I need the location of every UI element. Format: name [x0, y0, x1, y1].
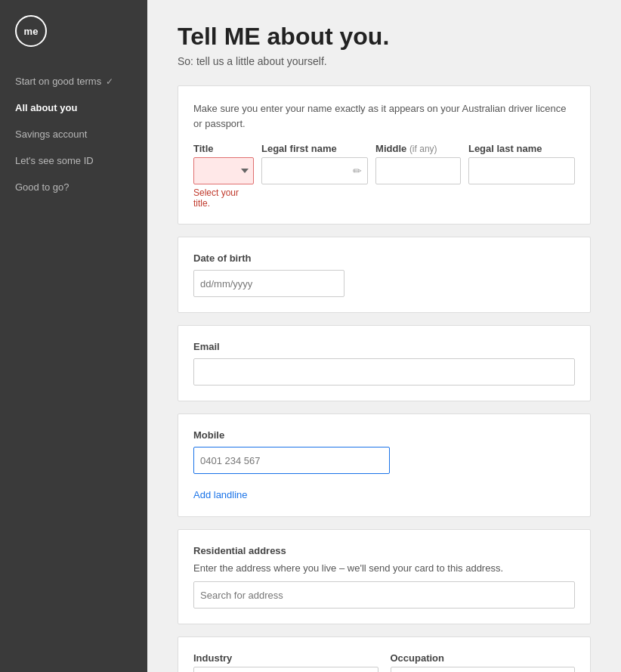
- dob-label: Date of birth: [193, 252, 575, 264]
- sidebar-item-label: Start on good terms: [15, 76, 101, 87]
- sidebar-item-good[interactable]: Good to go?: [0, 174, 147, 200]
- middle-optional: (if any): [409, 144, 437, 154]
- pencil-icon: ✏: [353, 165, 362, 177]
- industry-section: Industry Occupation: [178, 636, 591, 672]
- page-title: Tell ME about you.: [178, 23, 591, 51]
- occupation-field-group: Occupation: [391, 652, 576, 672]
- email-label: Email: [193, 341, 575, 352]
- dob-section: Date of birth: [178, 237, 591, 313]
- first-name-field-group: Legal first name ✏: [261, 143, 368, 184]
- sidebar-item-label: Savings account: [15, 129, 87, 140]
- industry-select[interactable]: [193, 667, 378, 672]
- email-section: Email: [178, 325, 591, 401]
- dob-input[interactable]: [193, 270, 344, 297]
- sidebar-item-label: All about you: [15, 102, 77, 113]
- sidebar-nav: Start on good terms ✓ All about you Savi…: [0, 68, 147, 672]
- check-icon: ✓: [106, 76, 113, 87]
- title-select[interactable]: Mr Ms Mrs Miss Dr: [193, 157, 254, 184]
- industry-label: Industry: [193, 652, 378, 664]
- last-name-label: Legal last name: [468, 143, 575, 154]
- last-name-field-group: Legal last name: [468, 143, 575, 184]
- mobile-label: Mobile: [193, 429, 575, 441]
- sidebar-item-savings[interactable]: Savings account: [0, 121, 147, 147]
- sidebar-item-start[interactable]: Start on good terms ✓: [0, 68, 147, 94]
- sidebar-item-label: Let's see some ID: [15, 155, 94, 166]
- main-content: Tell ME about you. So: tell us a little …: [147, 0, 621, 672]
- email-input[interactable]: [193, 358, 575, 386]
- industry-occupation-row: Industry Occupation: [193, 652, 575, 672]
- occupation-label: Occupation: [391, 652, 576, 664]
- title-error: Select your title.: [193, 187, 254, 209]
- first-name-label: Legal first name: [261, 143, 368, 154]
- page-subtitle: So: tell us a little about yourself.: [178, 55, 591, 67]
- logo: me: [15, 15, 47, 47]
- add-landline-link[interactable]: Add landline: [193, 489, 248, 500]
- address-label: Residential address: [193, 545, 575, 556]
- sidebar-item-about[interactable]: All about you: [0, 94, 147, 121]
- address-subtitle: Enter the address where you live – we'll…: [193, 562, 575, 574]
- name-section: Make sure you enter your name exactly as…: [178, 85, 591, 225]
- sidebar: me Start on good terms ✓ All about you S…: [0, 0, 147, 672]
- middle-name-field-group: Middle (if any): [375, 143, 461, 184]
- title-label: Title: [193, 143, 254, 154]
- mobile-section: Mobile Add landline: [178, 413, 591, 517]
- mobile-input[interactable]: [193, 447, 390, 474]
- middle-name-label: Middle (if any): [375, 143, 461, 154]
- sidebar-item-id[interactable]: Let's see some ID: [0, 147, 147, 174]
- address-section: Residential address Enter the address wh…: [178, 529, 591, 624]
- name-fields-row: Title Mr Ms Mrs Miss Dr Select your titl…: [193, 143, 575, 209]
- first-name-input[interactable]: [261, 157, 368, 184]
- name-notice: Make sure you enter your name exactly as…: [193, 101, 575, 131]
- last-name-input[interactable]: [468, 157, 575, 184]
- logo-area: me: [0, 15, 147, 68]
- industry-field-group: Industry: [193, 652, 378, 672]
- sidebar-item-label: Good to go?: [15, 181, 70, 193]
- title-field-group: Title Mr Ms Mrs Miss Dr Select your titl…: [193, 143, 254, 209]
- occupation-select[interactable]: [391, 667, 576, 672]
- middle-name-input[interactable]: [375, 157, 461, 184]
- address-search-input[interactable]: [193, 581, 575, 609]
- first-name-input-wrapper: ✏: [261, 157, 368, 184]
